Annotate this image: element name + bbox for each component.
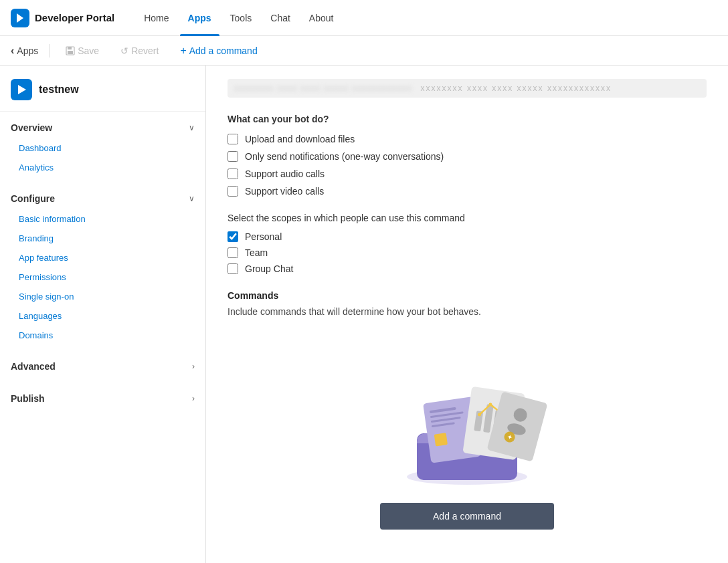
brand-icon [11, 9, 29, 27]
empty-state-illustration: ✦ [380, 360, 554, 487]
scope-personal[interactable]: Personal [227, 231, 707, 242]
bot-capabilities-group: Upload and download files Only send noti… [227, 134, 707, 197]
scope-group-chat[interactable]: Group Chat [227, 263, 707, 274]
blurred-text-bar: xxxxxxxx xxxx xxxx xxxxx xxxxxxxxxxxx [227, 79, 707, 98]
sidebar-section-configure: Configure ∨ Basic information Branding A… [0, 183, 205, 350]
save-button[interactable]: Save [60, 43, 104, 59]
capability-audio[interactable]: Support audio calls [227, 168, 707, 179]
blurred-text: xxxxxxxx xxxx xxxx xxxxx xxxxxxxxxxxx [234, 83, 412, 93]
scope-team-checkbox[interactable] [227, 247, 238, 258]
commands-desc: Include commands that will determine how… [227, 306, 707, 317]
scopes-group: Personal Team Group Chat [227, 231, 707, 274]
sidebar-item-domains[interactable]: Domains [0, 326, 205, 345]
app-name: testnew [39, 84, 79, 96]
overview-chevron: ∨ [189, 123, 195, 132]
content-inner: xxxxxxxx xxxx xxxx xxxxx xxxxxxxxxxxx Wh… [206, 66, 728, 563]
revert-label: Revert [131, 45, 159, 56]
illustration-container: ✦ Add a command [227, 333, 707, 530]
top-nav: Developer Portal Home Apps Tools Chat Ab… [0, 0, 728, 36]
capability-video[interactable]: Support video calls [227, 186, 707, 197]
main-layout: testnew Overview ∨ Dashboard Analytics C… [0, 66, 728, 563]
capability-video-checkbox[interactable] [227, 186, 238, 197]
svg-marker-4 [18, 85, 26, 94]
save-label: Save [78, 45, 99, 56]
capability-notifications[interactable]: Only send notifications (one-way convers… [227, 151, 707, 162]
svg-rect-2 [68, 47, 72, 49]
chevron-left-icon: ‹ [11, 45, 14, 57]
breadcrumb-bar: ‹ Apps Save ↺ Revert + Add a command [0, 36, 728, 66]
nav-apps[interactable]: Apps [180, 0, 219, 36]
scope-team[interactable]: Team [227, 247, 707, 258]
svg-marker-0 [17, 13, 23, 23]
add-command-button[interactable]: + Add a command [175, 42, 262, 60]
sidebar-section-publish: Publish › [0, 382, 205, 415]
bot-capabilities-question: What can your bot do? [227, 114, 707, 124]
scope-group-chat-checkbox[interactable] [227, 263, 238, 274]
add-command-cta-button[interactable]: Add a command [380, 503, 554, 530]
revert-button[interactable]: ↺ Revert [115, 43, 164, 59]
publish-section-header[interactable]: Publish › [0, 388, 205, 409]
advanced-title: Advanced [11, 361, 56, 372]
sidebar-item-branding[interactable]: Branding [0, 229, 205, 248]
nav-home[interactable]: Home [136, 0, 177, 36]
nav-tools[interactable]: Tools [222, 0, 260, 36]
sidebar-item-dashboard[interactable]: Dashboard [0, 138, 205, 158]
sidebar-item-basic-information[interactable]: Basic information [0, 209, 205, 229]
svg-rect-3 [68, 51, 73, 54]
advanced-section-header[interactable]: Advanced › [0, 356, 205, 377]
sidebar-item-languages[interactable]: Languages [0, 306, 205, 326]
nav-chat[interactable]: Chat [262, 0, 298, 36]
publish-chevron: › [192, 394, 195, 403]
configure-items: Basic information Branding App features … [0, 209, 205, 345]
overview-title: Overview [11, 122, 52, 133]
breadcrumb-back[interactable]: ‹ Apps [11, 45, 38, 57]
sidebar-item-sso[interactable]: Single sign-on [0, 287, 205, 306]
breadcrumb-divider [49, 44, 50, 58]
save-icon [66, 45, 75, 56]
brand: Developer Portal [11, 9, 114, 27]
brand-name: Developer Portal [35, 12, 114, 23]
configure-chevron: ∨ [189, 194, 195, 203]
capability-audio-checkbox[interactable] [227, 168, 238, 179]
publish-title: Publish [11, 393, 45, 404]
sidebar-item-app-features[interactable]: App features [0, 248, 205, 267]
configure-title: Configure [11, 193, 55, 204]
main-nav: Home Apps Tools Chat About [136, 0, 341, 36]
capability-notifications-checkbox[interactable] [227, 151, 238, 162]
scopes-label: Select the scopes in which people can us… [227, 213, 707, 223]
commands-title: Commands [227, 290, 707, 301]
app-header: testnew [0, 66, 205, 112]
nav-about[interactable]: About [301, 0, 342, 36]
sidebar-item-permissions[interactable]: Permissions [0, 267, 205, 287]
app-icon [11, 79, 32, 100]
configure-section-header[interactable]: Configure ∨ [0, 188, 205, 209]
main-content: xxxxxxxx xxxx xxxx xxxxx xxxxxxxxxxxx Wh… [206, 66, 728, 563]
sidebar: testnew Overview ∨ Dashboard Analytics C… [0, 66, 206, 563]
sidebar-section-overview: Overview ∨ Dashboard Analytics [0, 112, 205, 183]
overview-items: Dashboard Analytics [0, 138, 205, 177]
sidebar-section-advanced: Advanced › [0, 350, 205, 382]
sidebar-item-analytics[interactable]: Analytics [0, 158, 205, 177]
plus-icon: + [180, 45, 186, 57]
overview-section-header[interactable]: Overview ∨ [0, 117, 205, 138]
svg-rect-12 [434, 433, 448, 446]
capability-upload-download[interactable]: Upload and download files [227, 134, 707, 144]
advanced-chevron: › [192, 362, 195, 371]
revert-icon: ↺ [120, 45, 128, 56]
scope-personal-checkbox[interactable] [227, 231, 238, 242]
add-command-label: Add a command [189, 45, 258, 56]
capability-upload-checkbox[interactable] [227, 134, 238, 144]
commands-section: Commands Include commands that will dete… [227, 290, 707, 317]
breadcrumb-apps-label: Apps [17, 45, 38, 56]
